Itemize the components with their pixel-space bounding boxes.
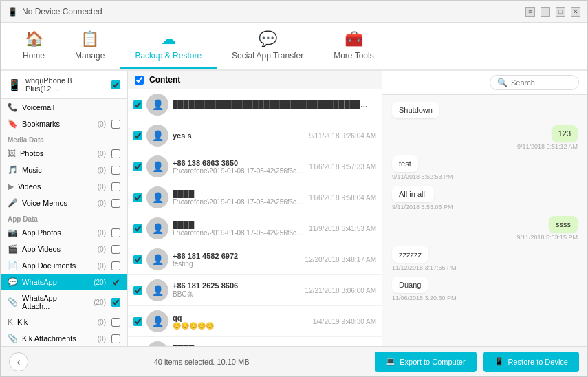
- manage-icon: 📋: [80, 30, 99, 48]
- device-checkbox[interactable]: [111, 80, 120, 89]
- sidebar-item-checkbox[interactable]: [111, 182, 120, 191]
- select-all-checkbox[interactable]: [135, 76, 144, 85]
- sidebar-item-count: (0): [89, 229, 106, 237]
- sidebar-item-bookmarks[interactable]: 🔖 Bookmarks (0): [1, 116, 127, 132]
- chat-time: 9/11/2018 9:51:12 AM: [517, 143, 578, 150]
- message-list-item[interactable]: 👤 +86 138 6863 3650 F:\carefone\2019-01-…: [128, 151, 382, 182]
- message-name: +86 138 6863 3650: [173, 159, 305, 167]
- sidebar-item-count: (0): [89, 246, 106, 253]
- chat-bubble: zzzzzz: [392, 246, 428, 263]
- bottom-bar: ‹ 40 items selected. 10.10 MB 💻 Export t…: [1, 346, 587, 376]
- sidebar-item-checkbox[interactable]: [111, 228, 120, 237]
- message-checkbox[interactable]: [133, 317, 142, 326]
- sidebar-item-videos[interactable]: ▶ Videos (0): [1, 178, 127, 195]
- chat-header: 🔍: [382, 71, 587, 95]
- message-list-header: Content: [128, 71, 382, 89]
- window-controls: ≡ ─ □ ✕: [525, 7, 580, 17]
- search-input[interactable]: [511, 78, 573, 87]
- export-button[interactable]: 💻 Export to Computer: [375, 352, 476, 372]
- back-button[interactable]: ‹: [9, 352, 28, 371]
- message-time: 11/6/2018 9:57:33 AM: [309, 163, 376, 171]
- message-checkbox[interactable]: [133, 224, 142, 233]
- sidebar-item-app-videos[interactable]: 🎬 App Videos (0): [1, 241, 127, 257]
- message-avatar: 👤: [146, 217, 168, 239]
- nav-bar: 🏠 Home 📋 Manage ☁ Backup & Restore 💬 Soc…: [1, 23, 587, 71]
- message-checkbox[interactable]: [133, 193, 142, 202]
- sidebar-item-app-photos[interactable]: 📷 App Photos (0): [1, 224, 127, 241]
- message-checkbox[interactable]: [133, 286, 142, 295]
- message-name: ████: [173, 190, 305, 198]
- message-name: ████████████████████████████████████████…: [173, 100, 372, 109]
- sidebar-item-checkbox[interactable]: [111, 199, 120, 208]
- sidebar-item-label: App Photos: [22, 228, 85, 237]
- export-label: Export to Computer: [400, 358, 465, 366]
- message-checkbox[interactable]: [133, 162, 142, 171]
- sidebar-item-label: App Videos: [22, 245, 85, 253]
- chat-messages[interactable]: Shutdown 123 9/11/2018 9:51:12 AM test 9…: [382, 95, 587, 346]
- chat-bubble: test: [392, 155, 418, 172]
- sidebar-item-checkbox[interactable]: [111, 298, 120, 307]
- chat-bubble: Duang: [392, 277, 428, 293]
- nav-manage[interactable]: 📋 Manage: [60, 23, 120, 69]
- message-list-item[interactable]: 👤 +86 181 4582 6972 testing 12/20/2018 8…: [128, 244, 382, 275]
- sidebar-item-checkbox[interactable]: [111, 120, 120, 129]
- sidebar-item-checkbox[interactable]: [111, 245, 120, 254]
- search-box[interactable]: 🔍: [490, 75, 579, 90]
- chat-bubble: Shutdown: [392, 102, 439, 118]
- nav-backup[interactable]: ☁ Backup & Restore: [120, 23, 217, 69]
- sidebar-item-photos[interactable]: 🖼 Photos (0): [1, 145, 127, 162]
- sidebar-item-checkbox[interactable]: [111, 149, 120, 158]
- nav-home[interactable]: 🏠 Home: [8, 23, 60, 69]
- sidebar-item-checkbox[interactable]: [111, 261, 120, 270]
- message-list-item[interactable]: 👤 qq 😊😊😊😊😊 1/4/2019 9:40:30 AM: [128, 306, 382, 337]
- sidebar-item-checkbox[interactable]: [111, 166, 120, 175]
- sidebar-item-kik[interactable]: K Kik (0): [1, 314, 127, 330]
- message-list-item[interactable]: 👤 ████ F:\carefone\2019-01-08 17-05-42\2…: [128, 337, 382, 346]
- nav-social[interactable]: 💬 Social App Transfer: [217, 23, 318, 69]
- nav-tools[interactable]: 🧰 More Tools: [318, 23, 389, 69]
- minimize-button[interactable]: ─: [541, 7, 550, 17]
- sidebar-item-whatsapp-attach[interactable]: 📎 WhatsApp Attach... (20): [1, 290, 127, 314]
- sidebar-item-label: Voice Memos: [22, 199, 85, 207]
- message-list-item[interactable]: 👤 ████ F:\carefone\2019-01-08 17-05-42\2…: [128, 213, 382, 244]
- kik-icon: K: [8, 317, 13, 327]
- message-list-item[interactable]: 👤 ████ F:\carefone\2019-01-08 17-05-42\2…: [128, 182, 382, 213]
- social-icon: 💬: [259, 30, 277, 48]
- sidebar-item-kik-attach[interactable]: 📎 Kik Attachments (0): [1, 330, 127, 346]
- menu-button[interactable]: ≡: [525, 7, 535, 17]
- photos-icon: 🖼: [8, 149, 16, 158]
- sidebar-item-label: Videos: [18, 182, 85, 191]
- message-checkbox[interactable]: [133, 255, 142, 264]
- chat-message-row: All in all! 9/11/2018 5:53:05 PM: [392, 186, 578, 211]
- message-list-item[interactable]: 👤 ██████████████████████████████████████…: [128, 89, 382, 120]
- message-checkbox[interactable]: [133, 131, 142, 140]
- message-preview: F:\carefone\2019-01-08 17-05-42\256f6c25…: [173, 167, 305, 175]
- message-list-item[interactable]: 👤 yes s 9/11/2018 9:26:04 AM: [128, 120, 382, 151]
- sidebar-item-label: Music: [22, 166, 85, 174]
- message-info: ████ F:\carefone\2019-01-08 17-05-42\256…: [173, 190, 305, 206]
- sidebar-item-checkbox[interactable]: [111, 318, 120, 327]
- close-button[interactable]: ✕: [571, 7, 580, 17]
- message-avatar: 👤: [146, 186, 168, 208]
- whatsapp-attach-icon: 📎: [8, 297, 18, 307]
- message-name: +86 181 4582 6972: [173, 252, 301, 260]
- restore-button[interactable]: 📱 Restore to Device: [483, 352, 579, 372]
- sidebar-item-checkbox[interactable]: [111, 278, 120, 287]
- sidebar-item-voicemail[interactable]: 📞 Voicemail: [1, 99, 127, 116]
- message-info: ████████████████████████████████████████…: [173, 100, 372, 109]
- message-list-scroll[interactable]: 👤 ██████████████████████████████████████…: [128, 89, 382, 346]
- sidebar-item-label: Photos: [20, 149, 85, 158]
- sidebar-device[interactable]: 📱 whq(iPhone 8 Plus(12....: [1, 71, 127, 99]
- message-list-title: Content: [149, 75, 180, 85]
- message-time: 12/21/2018 3:06:00 AM: [305, 287, 376, 294]
- message-checkbox[interactable]: [133, 100, 142, 109]
- sidebar-item-music[interactable]: 🎵 Music (0): [1, 162, 127, 178]
- message-list-item[interactable]: 👤 +86 181 2625 8606 BBC条 12/21/2018 3:06…: [128, 275, 382, 306]
- sidebar-item-app-documents[interactable]: 📄 App Documents (0): [1, 257, 127, 274]
- maximize-button[interactable]: □: [556, 7, 565, 17]
- chat-message-row: 123 9/11/2018 9:51:12 AM: [392, 125, 578, 150]
- sidebar-item-count: (0): [89, 335, 106, 343]
- sidebar-item-voice-memos[interactable]: 🎤 Voice Memos (0): [1, 195, 127, 211]
- sidebar-item-checkbox[interactable]: [111, 334, 120, 343]
- sidebar-item-whatsapp[interactable]: 💬 WhatsApp (20): [1, 274, 127, 290]
